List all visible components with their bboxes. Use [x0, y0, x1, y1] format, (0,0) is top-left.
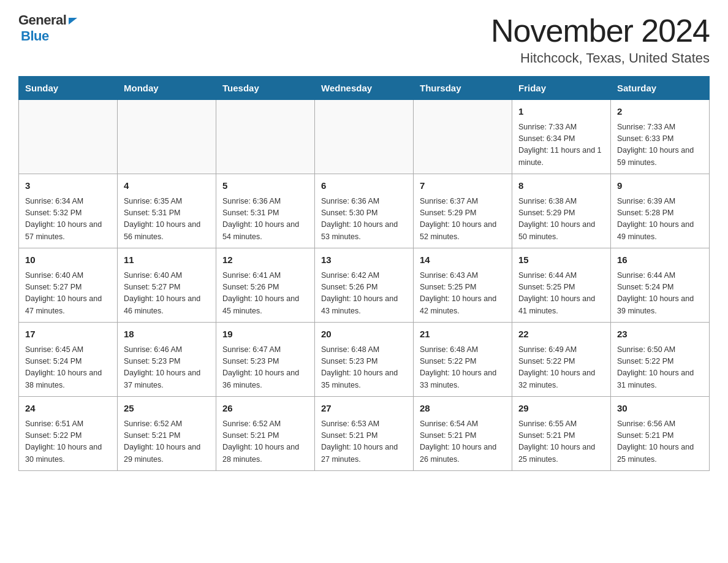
- day-info: Sunrise: 6:34 AM Sunset: 5:32 PM Dayligh…: [25, 196, 111, 243]
- day-info: Sunrise: 6:43 AM Sunset: 5:25 PM Dayligh…: [420, 270, 506, 318]
- title-area: November 2024 Hitchcock, Texas, United S…: [491, 12, 710, 66]
- day-number: 7: [420, 179, 506, 193]
- day-number: 24: [25, 402, 111, 416]
- calendar-cell: 6Sunrise: 6:36 AM Sunset: 5:30 PM Daylig…: [315, 174, 414, 248]
- calendar-cell: 8Sunrise: 6:38 AM Sunset: 5:29 PM Daylig…: [512, 174, 611, 248]
- day-info: Sunrise: 6:40 AM Sunset: 5:27 PM Dayligh…: [124, 270, 210, 318]
- calendar-cell: 21Sunrise: 6:48 AM Sunset: 5:22 PM Dayli…: [414, 323, 512, 397]
- day-number: 15: [518, 253, 604, 267]
- calendar-cell: 1Sunrise: 7:33 AM Sunset: 6:34 PM Daylig…: [512, 100, 611, 174]
- calendar-cell: [118, 100, 216, 174]
- day-number: 18: [124, 327, 210, 342]
- calendar-cell: 11Sunrise: 6:40 AM Sunset: 5:27 PM Dayli…: [118, 248, 216, 323]
- logo-general-text: General: [18, 12, 66, 28]
- day-number: 19: [222, 327, 308, 342]
- calendar-cell: [315, 100, 414, 174]
- day-number: 21: [420, 327, 506, 342]
- day-number: 14: [420, 253, 506, 267]
- calendar-header-friday: Friday: [512, 77, 611, 100]
- day-number: 27: [321, 402, 407, 416]
- calendar-week-row: 10Sunrise: 6:40 AM Sunset: 5:27 PM Dayli…: [19, 248, 710, 323]
- day-info: Sunrise: 6:46 AM Sunset: 5:23 PM Dayligh…: [124, 344, 210, 392]
- day-number: 26: [222, 402, 308, 416]
- day-info: Sunrise: 6:45 AM Sunset: 5:24 PM Dayligh…: [25, 344, 111, 392]
- day-number: 3: [25, 179, 111, 193]
- calendar-cell: [216, 100, 315, 174]
- calendar-cell: [19, 100, 118, 174]
- day-number: 20: [321, 327, 407, 342]
- day-number: 23: [617, 327, 703, 342]
- logo: General Blue: [18, 12, 77, 44]
- day-number: 22: [518, 327, 604, 342]
- day-info: Sunrise: 6:41 AM Sunset: 5:26 PM Dayligh…: [222, 270, 308, 318]
- calendar-week-row: 17Sunrise: 6:45 AM Sunset: 5:24 PM Dayli…: [19, 323, 710, 397]
- day-number: 11: [124, 253, 210, 267]
- day-number: 1: [518, 105, 604, 119]
- calendar-week-row: 3Sunrise: 6:34 AM Sunset: 5:32 PM Daylig…: [19, 174, 710, 248]
- calendar-cell: 9Sunrise: 6:39 AM Sunset: 5:28 PM Daylig…: [611, 174, 710, 248]
- calendar-cell: 12Sunrise: 6:41 AM Sunset: 5:26 PM Dayli…: [216, 248, 315, 323]
- calendar-cell: 19Sunrise: 6:47 AM Sunset: 5:23 PM Dayli…: [216, 323, 315, 397]
- calendar-cell: 10Sunrise: 6:40 AM Sunset: 5:27 PM Dayli…: [19, 248, 118, 323]
- calendar-header-tuesday: Tuesday: [216, 77, 315, 100]
- day-info: Sunrise: 6:54 AM Sunset: 5:21 PM Dayligh…: [420, 418, 506, 466]
- day-number: 13: [321, 253, 407, 267]
- calendar-cell: 17Sunrise: 6:45 AM Sunset: 5:24 PM Dayli…: [19, 323, 118, 397]
- day-info: Sunrise: 6:40 AM Sunset: 5:27 PM Dayligh…: [25, 270, 111, 318]
- day-info: Sunrise: 6:51 AM Sunset: 5:22 PM Dayligh…: [25, 418, 111, 466]
- day-info: Sunrise: 6:48 AM Sunset: 5:22 PM Dayligh…: [420, 344, 506, 392]
- day-info: Sunrise: 6:49 AM Sunset: 5:22 PM Dayligh…: [518, 344, 604, 392]
- calendar-cell: 4Sunrise: 6:35 AM Sunset: 5:31 PM Daylig…: [118, 174, 216, 248]
- day-number: 16: [617, 253, 703, 267]
- day-number: 12: [222, 253, 308, 267]
- calendar-cell: 30Sunrise: 6:56 AM Sunset: 5:21 PM Dayli…: [611, 397, 710, 471]
- calendar-header-thursday: Thursday: [414, 77, 512, 100]
- calendar-cell: 5Sunrise: 6:36 AM Sunset: 5:31 PM Daylig…: [216, 174, 315, 248]
- day-info: Sunrise: 6:36 AM Sunset: 5:30 PM Dayligh…: [321, 196, 407, 243]
- calendar-cell: 7Sunrise: 6:37 AM Sunset: 5:29 PM Daylig…: [414, 174, 512, 248]
- day-number: 25: [124, 402, 210, 416]
- day-number: 30: [617, 402, 703, 416]
- calendar-header-wednesday: Wednesday: [315, 77, 414, 100]
- day-info: Sunrise: 6:50 AM Sunset: 5:22 PM Dayligh…: [617, 344, 703, 392]
- day-info: Sunrise: 6:35 AM Sunset: 5:31 PM Dayligh…: [124, 196, 210, 243]
- day-number: 9: [617, 179, 703, 193]
- day-info: Sunrise: 6:56 AM Sunset: 5:21 PM Dayligh…: [617, 418, 703, 466]
- day-info: Sunrise: 7:33 AM Sunset: 6:34 PM Dayligh…: [518, 121, 604, 169]
- day-number: 29: [518, 402, 604, 416]
- calendar-cell: 13Sunrise: 6:42 AM Sunset: 5:26 PM Dayli…: [315, 248, 414, 323]
- calendar-table: SundayMondayTuesdayWednesdayThursdayFrid…: [18, 76, 710, 471]
- calendar-cell: 25Sunrise: 6:52 AM Sunset: 5:21 PM Dayli…: [118, 397, 216, 471]
- calendar-cell: 24Sunrise: 6:51 AM Sunset: 5:22 PM Dayli…: [19, 397, 118, 471]
- calendar-week-row: 1Sunrise: 7:33 AM Sunset: 6:34 PM Daylig…: [19, 100, 710, 174]
- calendar-cell: 3Sunrise: 6:34 AM Sunset: 5:32 PM Daylig…: [19, 174, 118, 248]
- calendar-cell: 15Sunrise: 6:44 AM Sunset: 5:25 PM Dayli…: [512, 248, 611, 323]
- logo-triangle-icon: [69, 18, 77, 25]
- day-number: 5: [222, 179, 308, 193]
- day-info: Sunrise: 6:52 AM Sunset: 5:21 PM Dayligh…: [124, 418, 210, 466]
- calendar-header-sunday: Sunday: [19, 77, 118, 100]
- calendar-header-saturday: Saturday: [611, 77, 710, 100]
- day-number: 17: [25, 327, 111, 342]
- day-info: Sunrise: 6:37 AM Sunset: 5:29 PM Dayligh…: [420, 196, 506, 243]
- calendar-header-row: SundayMondayTuesdayWednesdayThursdayFrid…: [19, 77, 710, 100]
- day-info: Sunrise: 6:44 AM Sunset: 5:25 PM Dayligh…: [518, 270, 604, 318]
- day-info: Sunrise: 6:42 AM Sunset: 5:26 PM Dayligh…: [321, 270, 407, 318]
- calendar-week-row: 24Sunrise: 6:51 AM Sunset: 5:22 PM Dayli…: [19, 397, 710, 471]
- day-info: Sunrise: 6:47 AM Sunset: 5:23 PM Dayligh…: [222, 344, 308, 392]
- calendar-cell: 29Sunrise: 6:55 AM Sunset: 5:21 PM Dayli…: [512, 397, 611, 471]
- calendar-cell: 23Sunrise: 6:50 AM Sunset: 5:22 PM Dayli…: [611, 323, 710, 397]
- month-title: November 2024: [491, 12, 710, 49]
- day-info: Sunrise: 6:55 AM Sunset: 5:21 PM Dayligh…: [518, 418, 604, 466]
- day-info: Sunrise: 6:36 AM Sunset: 5:31 PM Dayligh…: [222, 196, 308, 243]
- calendar-cell: 14Sunrise: 6:43 AM Sunset: 5:25 PM Dayli…: [414, 248, 512, 323]
- location-title: Hitchcock, Texas, United States: [491, 50, 710, 66]
- day-info: Sunrise: 6:38 AM Sunset: 5:29 PM Dayligh…: [518, 196, 604, 243]
- day-info: Sunrise: 6:53 AM Sunset: 5:21 PM Dayligh…: [321, 418, 407, 466]
- logo-blue-text: Blue: [21, 28, 49, 44]
- day-number: 10: [25, 253, 111, 267]
- calendar-cell: 26Sunrise: 6:52 AM Sunset: 5:21 PM Dayli…: [216, 397, 315, 471]
- day-info: Sunrise: 6:48 AM Sunset: 5:23 PM Dayligh…: [321, 344, 407, 392]
- day-number: 28: [420, 402, 506, 416]
- calendar-cell: 22Sunrise: 6:49 AM Sunset: 5:22 PM Dayli…: [512, 323, 611, 397]
